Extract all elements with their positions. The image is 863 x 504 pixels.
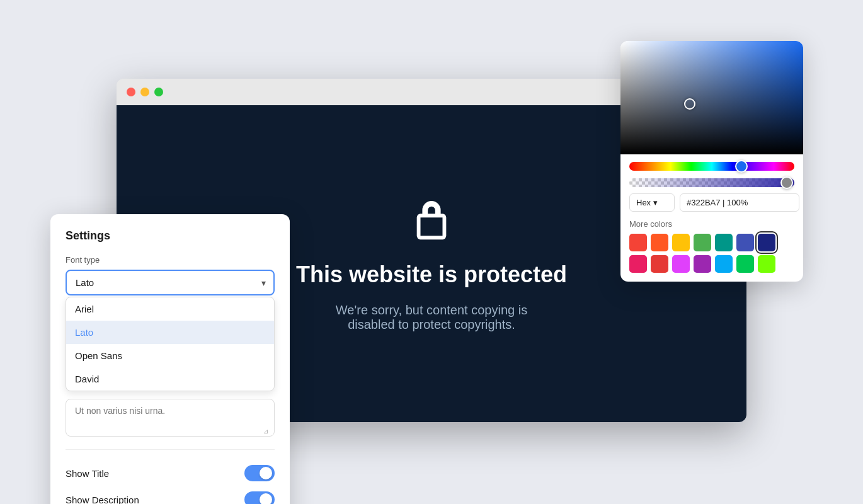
swatch-teal[interactable] <box>715 234 733 251</box>
alpha-slider[interactable] <box>629 178 794 187</box>
swatch-dark-blue[interactable] <box>758 234 775 251</box>
hue-slider-wrapper <box>620 154 803 175</box>
protected-desc: We're sorry, but content copying is disa… <box>336 303 527 332</box>
alpha-slider-wrapper <box>620 175 803 193</box>
traffic-light-red[interactable] <box>127 88 135 96</box>
swatch-purple[interactable] <box>694 255 711 273</box>
more-colors-label: More colors <box>620 219 803 234</box>
color-picker-panel: Hex ▾ More colors <box>620 41 803 282</box>
swatch-red[interactable] <box>629 234 647 251</box>
font-option-ariel[interactable]: Ariel <box>66 297 274 321</box>
font-type-label: Font type <box>66 255 275 265</box>
lock-icon <box>406 196 457 246</box>
settings-panel: Settings Font type Lato ▾ Ariel Lato Ope… <box>50 214 290 504</box>
show-title-toggle[interactable] <box>244 465 275 481</box>
font-dropdown-list: Ariel Lato Open Sans David <box>66 297 275 391</box>
color-cursor <box>684 98 695 110</box>
show-description-label: Show Description <box>66 495 139 505</box>
swatch-green[interactable] <box>694 234 711 251</box>
protected-desc-line2: disabled to protect copyrights. <box>336 318 527 332</box>
color-inputs-row: Hex ▾ <box>620 193 803 219</box>
traffic-light-yellow[interactable] <box>140 88 149 96</box>
show-description-toggle[interactable] <box>244 491 275 504</box>
color-hex-input[interactable] <box>680 193 799 212</box>
hue-thumb[interactable] <box>735 160 748 173</box>
textarea-wrapper: ⊿ <box>66 399 275 439</box>
swatch-red-dark[interactable] <box>651 255 668 273</box>
divider <box>66 449 275 450</box>
swatch-light-blue[interactable] <box>715 255 733 273</box>
font-select-wrapper: Lato ▾ <box>66 270 275 295</box>
protected-title: This website is protected <box>296 261 567 288</box>
color-gradient-area[interactable] <box>620 41 803 154</box>
alpha-thumb[interactable] <box>780 176 793 189</box>
traffic-light-green[interactable] <box>154 88 163 96</box>
show-title-label: Show Title <box>66 468 109 479</box>
swatch-pink[interactable] <box>629 255 647 273</box>
color-format-select[interactable]: Hex ▾ <box>629 193 675 212</box>
resize-handle-icon: ⊿ <box>263 428 271 435</box>
font-select[interactable]: Lato <box>66 270 275 295</box>
show-title-row: Show Title <box>66 460 275 486</box>
format-chevron-icon: ▾ <box>653 198 658 207</box>
font-option-david[interactable]: David <box>66 367 274 391</box>
settings-title: Settings <box>66 229 275 243</box>
font-option-opensans[interactable]: Open Sans <box>66 344 274 367</box>
swatch-lime[interactable] <box>758 255 775 273</box>
swatch-indigo[interactable] <box>736 234 754 251</box>
swatch-green-accent[interactable] <box>736 255 754 273</box>
hue-slider[interactable] <box>629 162 794 171</box>
settings-textarea[interactable] <box>66 399 275 437</box>
show-description-row: Show Description <box>66 486 275 504</box>
swatch-deep-orange[interactable] <box>651 234 668 251</box>
color-swatches <box>620 234 803 282</box>
font-option-lato[interactable]: Lato <box>66 321 274 344</box>
swatch-purple-light[interactable] <box>672 255 690 273</box>
protected-desc-line1: We're sorry, but content copying is <box>336 303 527 318</box>
color-format-label: Hex <box>636 198 651 207</box>
swatch-amber[interactable] <box>672 234 690 251</box>
swatch-row-1 <box>629 234 794 251</box>
swatch-row-2 <box>629 255 794 273</box>
